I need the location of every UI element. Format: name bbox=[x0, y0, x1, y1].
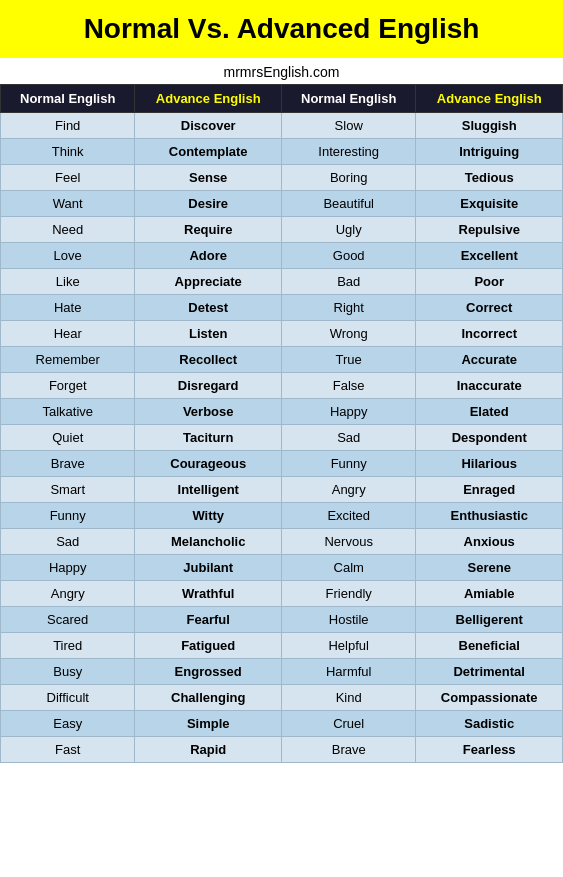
table-row: FunnyWittyExcitedEnthusiastic bbox=[1, 502, 563, 528]
cell-r2-c2: Boring bbox=[281, 164, 415, 190]
cell-r23-c3: Sadistic bbox=[416, 710, 563, 736]
cell-r13-c0: Brave bbox=[1, 450, 135, 476]
cell-r17-c1: Jubilant bbox=[135, 554, 282, 580]
cell-r3-c2: Beautiful bbox=[281, 190, 415, 216]
cell-r6-c0: Like bbox=[1, 268, 135, 294]
cell-r10-c1: Disregard bbox=[135, 372, 282, 398]
cell-r9-c1: Recollect bbox=[135, 346, 282, 372]
cell-r19-c3: Belligerent bbox=[416, 606, 563, 632]
cell-r3-c1: Desire bbox=[135, 190, 282, 216]
table-row: ForgetDisregardFalseInaccurate bbox=[1, 372, 563, 398]
cell-r3-c3: Exquisite bbox=[416, 190, 563, 216]
table-row: QuietTaciturnSadDespondent bbox=[1, 424, 563, 450]
cell-r18-c1: Wrathful bbox=[135, 580, 282, 606]
table-row: FeelSenseBoringTedious bbox=[1, 164, 563, 190]
col-header-1: Advance English bbox=[135, 84, 282, 112]
cell-r9-c2: True bbox=[281, 346, 415, 372]
cell-r22-c0: Difficult bbox=[1, 684, 135, 710]
col-header-2: Normal English bbox=[281, 84, 415, 112]
cell-r23-c2: Cruel bbox=[281, 710, 415, 736]
cell-r14-c1: Intelligent bbox=[135, 476, 282, 502]
table-row: FastRapidBraveFearless bbox=[1, 736, 563, 762]
cell-r13-c3: Hilarious bbox=[416, 450, 563, 476]
cell-r4-c3: Repulsive bbox=[416, 216, 563, 242]
cell-r5-c0: Love bbox=[1, 242, 135, 268]
main-title: Normal Vs. Advanced English bbox=[0, 0, 563, 58]
table-row: ThinkContemplateInterestingIntriguing bbox=[1, 138, 563, 164]
table-row: FindDiscoverSlowSluggish bbox=[1, 112, 563, 138]
cell-r23-c1: Simple bbox=[135, 710, 282, 736]
cell-r11-c2: Happy bbox=[281, 398, 415, 424]
cell-r10-c2: False bbox=[281, 372, 415, 398]
cell-r15-c1: Witty bbox=[135, 502, 282, 528]
cell-r24-c1: Rapid bbox=[135, 736, 282, 762]
cell-r19-c2: Hostile bbox=[281, 606, 415, 632]
table-row: BraveCourageousFunnyHilarious bbox=[1, 450, 563, 476]
cell-r15-c2: Excited bbox=[281, 502, 415, 528]
cell-r2-c1: Sense bbox=[135, 164, 282, 190]
cell-r17-c2: Calm bbox=[281, 554, 415, 580]
cell-r8-c3: Incorrect bbox=[416, 320, 563, 346]
cell-r4-c0: Need bbox=[1, 216, 135, 242]
table-row: ScaredFearfulHostileBelligerent bbox=[1, 606, 563, 632]
cell-r14-c3: Enraged bbox=[416, 476, 563, 502]
table-body: FindDiscoverSlowSluggishThinkContemplate… bbox=[1, 112, 563, 762]
cell-r5-c3: Excellent bbox=[416, 242, 563, 268]
cell-r1-c1: Contemplate bbox=[135, 138, 282, 164]
table-row: AngryWrathfulFriendlyAmiable bbox=[1, 580, 563, 606]
cell-r23-c0: Easy bbox=[1, 710, 135, 736]
table-row: LikeAppreciateBadPoor bbox=[1, 268, 563, 294]
table-row: SmartIntelligentAngryEnraged bbox=[1, 476, 563, 502]
cell-r3-c0: Want bbox=[1, 190, 135, 216]
table-row: SadMelancholicNervousAnxious bbox=[1, 528, 563, 554]
cell-r11-c0: Talkative bbox=[1, 398, 135, 424]
cell-r16-c1: Melancholic bbox=[135, 528, 282, 554]
cell-r6-c2: Bad bbox=[281, 268, 415, 294]
cell-r21-c1: Engrossed bbox=[135, 658, 282, 684]
cell-r0-c3: Sluggish bbox=[416, 112, 563, 138]
cell-r5-c2: Good bbox=[281, 242, 415, 268]
cell-r7-c1: Detest bbox=[135, 294, 282, 320]
cell-r24-c2: Brave bbox=[281, 736, 415, 762]
cell-r16-c2: Nervous bbox=[281, 528, 415, 554]
cell-r24-c0: Fast bbox=[1, 736, 135, 762]
cell-r0-c0: Find bbox=[1, 112, 135, 138]
cell-r12-c3: Despondent bbox=[416, 424, 563, 450]
cell-r8-c0: Hear bbox=[1, 320, 135, 346]
cell-r20-c0: Tired bbox=[1, 632, 135, 658]
cell-r9-c0: Remember bbox=[1, 346, 135, 372]
table-row: WantDesireBeautifulExquisite bbox=[1, 190, 563, 216]
cell-r7-c3: Correct bbox=[416, 294, 563, 320]
cell-r11-c1: Verbose bbox=[135, 398, 282, 424]
table-row: NeedRequireUglyRepulsive bbox=[1, 216, 563, 242]
cell-r0-c2: Slow bbox=[281, 112, 415, 138]
cell-r18-c3: Amiable bbox=[416, 580, 563, 606]
cell-r14-c2: Angry bbox=[281, 476, 415, 502]
cell-r20-c3: Beneficial bbox=[416, 632, 563, 658]
cell-r20-c2: Helpful bbox=[281, 632, 415, 658]
cell-r12-c0: Quiet bbox=[1, 424, 135, 450]
cell-r22-c3: Compassionate bbox=[416, 684, 563, 710]
cell-r1-c0: Think bbox=[1, 138, 135, 164]
cell-r11-c3: Elated bbox=[416, 398, 563, 424]
cell-r4-c1: Require bbox=[135, 216, 282, 242]
cell-r8-c1: Listen bbox=[135, 320, 282, 346]
cell-r21-c0: Busy bbox=[1, 658, 135, 684]
table-row: LoveAdoreGoodExcellent bbox=[1, 242, 563, 268]
cell-r20-c1: Fatigued bbox=[135, 632, 282, 658]
cell-r6-c3: Poor bbox=[416, 268, 563, 294]
cell-r15-c3: Enthusiastic bbox=[416, 502, 563, 528]
cell-r21-c3: Detrimental bbox=[416, 658, 563, 684]
cell-r13-c2: Funny bbox=[281, 450, 415, 476]
table-row: EasySimpleCruelSadistic bbox=[1, 710, 563, 736]
cell-r14-c0: Smart bbox=[1, 476, 135, 502]
cell-r18-c2: Friendly bbox=[281, 580, 415, 606]
table-row: HateDetestRightCorrect bbox=[1, 294, 563, 320]
cell-r10-c0: Forget bbox=[1, 372, 135, 398]
table-header: Normal EnglishAdvance EnglishNormal Engl… bbox=[1, 84, 563, 112]
table-row: TiredFatiguedHelpfulBeneficial bbox=[1, 632, 563, 658]
cell-r19-c1: Fearful bbox=[135, 606, 282, 632]
cell-r2-c3: Tedious bbox=[416, 164, 563, 190]
cell-r17-c3: Serene bbox=[416, 554, 563, 580]
cell-r22-c2: Kind bbox=[281, 684, 415, 710]
